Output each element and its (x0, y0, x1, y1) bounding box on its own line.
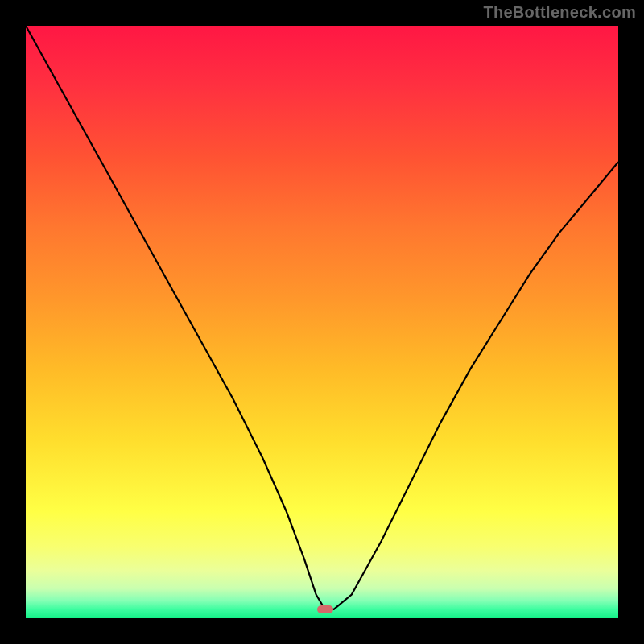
optimum-marker (317, 605, 333, 613)
watermark-text: TheBottleneck.com (483, 3, 636, 22)
bottleneck-curve (26, 26, 618, 618)
chart-frame: TheBottleneck.com (0, 0, 644, 644)
plot-area (26, 26, 618, 618)
